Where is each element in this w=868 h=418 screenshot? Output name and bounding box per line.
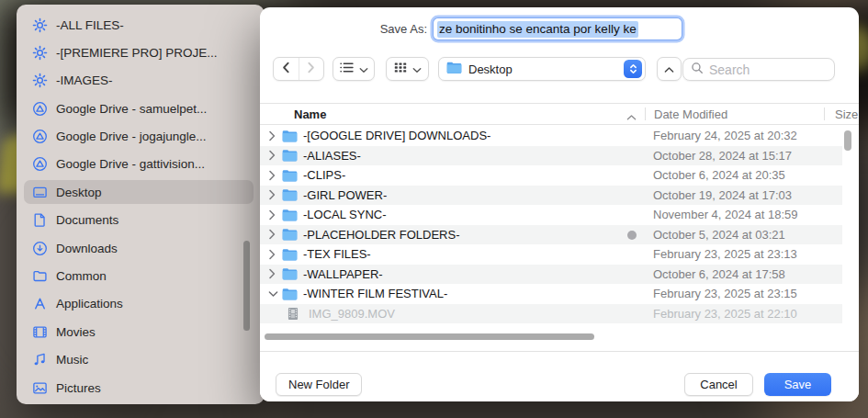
file-name: -WALLPAPER-: [303, 267, 383, 281]
gear-icon: [31, 73, 48, 89]
disclosure-collapsed-icon[interactable]: [268, 209, 278, 220]
music-icon: [31, 352, 48, 368]
sidebar-item-movies[interactable]: Movies: [24, 320, 254, 344]
disclosure-expanded-icon[interactable]: [268, 288, 278, 299]
sidebar-item-label: Desktop: [56, 186, 102, 199]
disclosure-collapsed-icon[interactable]: [268, 269, 278, 279]
file-row[interactable]: -GIRL POWER-October 19, 2024 at 17:03: [260, 186, 842, 206]
column-header-name[interactable]: Name: [294, 107, 326, 121]
file-row[interactable]: -CLIPS-October 6, 2024 at 20:35: [260, 165, 842, 186]
column-header-size[interactable]: Size: [835, 107, 858, 121]
sidebar-item-all-files[interactable]: -ALL FILES-: [24, 13, 254, 37]
movie-file-icon: [287, 307, 303, 320]
sidebar-item-label: -ALL FILES-: [56, 18, 124, 32]
sidebar-item-label: Applications: [56, 297, 123, 311]
sort-ascending-icon: [626, 110, 637, 124]
save-button[interactable]: Save: [764, 373, 831, 396]
folder-icon: [282, 130, 298, 142]
date-modified: October 6, 2024 at 20:35: [653, 168, 785, 182]
new-folder-button[interactable]: New Folder: [276, 373, 362, 396]
file-row[interactable]: -[GOOGLE DRIVE] DOWNLOADS-February 24, 2…: [260, 126, 842, 146]
sidebar-item-label: Documents: [56, 213, 118, 227]
file-name: -CLIPS-: [303, 168, 345, 182]
chevron-left-icon: [282, 61, 290, 77]
list-view-button[interactable]: [333, 57, 375, 81]
file-name: IMG_9809.MOV: [309, 307, 395, 321]
sidebar-item-common[interactable]: Common: [24, 265, 254, 288]
search-input[interactable]: Search: [682, 58, 835, 81]
file-name: -WINTER FILM FESTIVAL-: [303, 287, 447, 300]
pictures-icon: [31, 379, 48, 396]
file-row[interactable]: -WINTER FILM FESTIVAL-February 23, 2025 …: [260, 284, 842, 304]
file-list: -[GOOGLE DRIVE] DOWNLOADS-February 24, 2…: [260, 126, 842, 323]
sidebar-item-downloads[interactable]: Downloads: [24, 236, 254, 260]
file-row[interactable]: -LOCAL SYNC-November 4, 2024 at 18:59: [260, 205, 842, 225]
folder-icon: [282, 169, 298, 182]
sidebar-item-label: Common: [56, 269, 107, 283]
column-header-date-modified[interactable]: Date Modified: [654, 107, 727, 121]
folder-icon: [282, 228, 298, 241]
chevron-up-icon: [664, 61, 674, 77]
dialog-footer: New Folder Cancel Save: [260, 351, 859, 401]
up-directory-button[interactable]: [657, 57, 682, 81]
sidebar-item-google-drive-samuelpet[interactable]: Google Drive - samuelpet...: [24, 96, 254, 120]
file-name: -ALIASES-: [303, 149, 361, 163]
sidebar-item-label: Movies: [56, 325, 96, 339]
sidebar-item-google-drive-gattivision[interactable]: Google Drive - gattivision...: [24, 153, 254, 176]
date-modified: February 23, 2025 at 22:10: [653, 307, 797, 321]
disclosure-collapsed-icon[interactable]: [268, 130, 278, 141]
sidebar-item-label: Google Drive - gattivision...: [56, 157, 205, 171]
column-divider: [824, 107, 825, 120]
file-row[interactable]: -TEX FILES-February 23, 2025 at 23:13: [260, 244, 842, 265]
cancel-button[interactable]: Cancel: [684, 373, 753, 396]
date-modified: February 23, 2025 at 23:15: [653, 287, 797, 300]
sidebar-item-music[interactable]: Music: [24, 348, 254, 372]
google-drive-icon: [31, 100, 48, 117]
google-drive-icon: [31, 156, 48, 173]
file-name: -LOCAL SYNC-: [303, 208, 387, 221]
file-row[interactable]: -WALLPAPER-October 6, 2024 at 17:58: [260, 265, 842, 285]
horizontal-scrollbar[interactable]: [265, 333, 594, 340]
folder-icon: [282, 248, 298, 261]
grid-view-button[interactable]: [386, 57, 429, 81]
file-row[interactable]: -PLACEHOLDER FOLDERS-October 5, 2024 at …: [260, 225, 842, 245]
sidebar-item-images[interactable]: -IMAGES-: [24, 69, 254, 93]
sidebar-item-applications[interactable]: Applications: [24, 292, 254, 316]
file-name: -PLACEHOLDER FOLDERS-: [303, 228, 459, 242]
sidebar-item-google-drive-jogajungle[interactable]: Google Drive - jogajungle...: [24, 125, 254, 149]
movies-icon: [31, 323, 48, 340]
save-dialog: Save As: ze bonitinho se encanta por kel…: [260, 7, 859, 401]
disclosure-collapsed-icon[interactable]: [268, 170, 278, 180]
date-modified: February 23, 2025 at 23:13: [653, 247, 797, 261]
vertical-scrollbar[interactable]: [844, 130, 851, 151]
filename-input[interactable]: ze bonitinho se encanta por kelly ke: [434, 18, 682, 40]
location-dropdown[interactable]: Desktop: [438, 57, 646, 81]
date-modified: October 5, 2024 at 03:21: [653, 228, 785, 242]
sidebar-item-label: Downloads: [56, 242, 118, 255]
sidebar-item-premiere-pro-proje[interactable]: -[PREMIERE PRO] PROJE...: [24, 40, 254, 64]
sidebar-item-pictures[interactable]: Pictures: [24, 376, 254, 400]
back-button[interactable]: [274, 58, 299, 80]
applications-icon: [31, 296, 48, 312]
gear-icon: [31, 44, 48, 61]
filename-selected-text: ze bonitinho se encanta por kelly ke: [437, 21, 638, 38]
sidebar-scrollbar[interactable]: [243, 241, 250, 331]
date-modified: October 6, 2024 at 17:58: [653, 267, 785, 281]
sidebar-item-label: Google Drive - samuelpet...: [56, 102, 207, 116]
list-view-icon: [339, 61, 355, 77]
disclosure-collapsed-icon[interactable]: [268, 230, 278, 240]
disclosure-collapsed-icon[interactable]: [268, 249, 278, 259]
disclosure-collapsed-icon[interactable]: [268, 151, 278, 161]
sidebar-item-documents[interactable]: Documents: [24, 209, 254, 232]
folder-icon: [282, 209, 298, 221]
sidebar-item-label: -IMAGES-: [56, 73, 113, 87]
file-row[interactable]: -ALIASES-October 28, 2024 at 15:17: [260, 146, 842, 166]
sidebar-item-item[interactable]: [24, 403, 254, 404]
forward-button[interactable]: [299, 58, 324, 80]
sidebar-item-desktop[interactable]: Desktop: [24, 180, 254, 204]
file-row[interactable]: IMG_9809.MOVFebruary 23, 2025 at 22:10: [260, 304, 842, 324]
folder-icon: [282, 149, 298, 162]
disclosure-collapsed-icon[interactable]: [268, 190, 278, 200]
sidebar-item-label: Music: [56, 353, 88, 367]
save-as-label: Save As:: [260, 22, 427, 36]
